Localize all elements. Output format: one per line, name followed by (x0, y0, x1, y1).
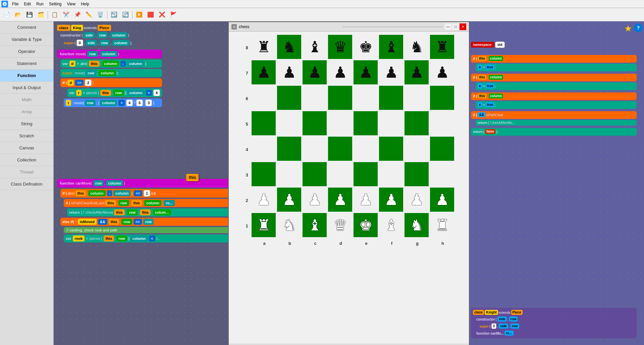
piece-pawn-e7: ♟ (359, 65, 373, 80)
sidebar-item-math[interactable]: Math (0, 94, 53, 106)
op-gt: > (146, 90, 152, 96)
delete-button[interactable]: 🗑️ (95, 9, 106, 20)
prop-row8: row (121, 219, 132, 225)
mb-col1: column (489, 56, 503, 61)
right-if-block-4: if ( && isPathClear (471, 111, 637, 119)
chess-board-area: 8 ♜ ♞ ♝ ♛ ♚ ♝ ♞ ♜ 7 ♟ ♟ ♟ ♟ ♟ ♟ ♟ ♟ (229, 31, 469, 344)
piece-queen-d8: ♛ (333, 39, 347, 55)
var-rook: rook (73, 235, 85, 242)
sidebar-item-statement[interactable]: Statement (0, 58, 53, 70)
chess-window: ♔ chess — □ ✕ 8 ♜ ♞ ♝ ♛ ♚ ♝ ♞ ♜ (228, 21, 470, 345)
sidebar-item-canvas[interactable]: Canvas (0, 142, 53, 154)
menu-file[interactable]: File (9, 1, 21, 7)
prop-col8: column (144, 200, 161, 206)
label-2: 2 (242, 188, 252, 213)
kw-this-float[interactable]: this (186, 174, 199, 181)
open-button[interactable]: 📂 (13, 9, 23, 20)
menu-setting[interactable]: Setting (46, 1, 64, 7)
mb-true2: true (485, 83, 494, 88)
piece-pawn-f7: ♟ (384, 65, 398, 80)
piece-bishop-c8: ♝ (308, 39, 322, 55)
piece-rook-h1: ♜ (435, 217, 449, 233)
chess-maximize[interactable]: □ (452, 23, 459, 30)
cut-button[interactable]: ✂️ (61, 9, 71, 20)
val-4[interactable]: 4 (153, 89, 160, 96)
paste-button[interactable]: 📌 (72, 9, 83, 20)
val-1[interactable]: 1 (144, 190, 150, 197)
cell-e3 (354, 162, 378, 186)
cell-a1: ♜ (252, 213, 276, 237)
var-col10: column (130, 235, 148, 242)
val-0[interactable]: 0 (76, 40, 83, 46)
param-row2: row (87, 51, 98, 57)
val-3[interactable]: 3 (145, 99, 152, 106)
piece-pawn-c7: ♟ (308, 65, 322, 80)
op-and: && (98, 219, 107, 225)
star-icon[interactable]: ★ (624, 23, 632, 34)
stop-button[interactable]: 🟥 (145, 9, 156, 20)
cell-a2: ♟ (252, 188, 276, 212)
right-if-block-3: if ( this . column (471, 92, 637, 100)
chess-titlebar-drag (342, 26, 443, 27)
cell-h7: ♟ (430, 60, 454, 84)
label-f: f (379, 238, 405, 248)
close-button[interactable]: ❌ (157, 9, 167, 20)
cell-f2: ♟ (379, 188, 403, 212)
op-lte: <= (134, 190, 142, 196)
op-eq2: == (133, 219, 142, 225)
sidebar-item-comment[interactable]: Comment (0, 21, 53, 33)
var-r2: r (66, 100, 71, 106)
new-button[interactable]: 📄 (1, 9, 12, 20)
sidebar-item-input[interactable]: Input & Output (0, 82, 53, 94)
sidebar-plus-minus[interactable]: +/- (0, 342, 53, 345)
help-icon[interactable]: ? (634, 23, 643, 32)
cell-h5 (430, 111, 454, 135)
label-g: g (405, 238, 430, 248)
kw-this3: this (75, 190, 86, 196)
sidebar-item-collection[interactable]: Collection (0, 154, 53, 166)
label-c: c (303, 238, 328, 248)
sidebar-item-array[interactable]: Array (0, 106, 53, 118)
piece-pawn-d2: ♟ (333, 192, 347, 207)
chess-minimize[interactable]: — (445, 23, 451, 30)
flag-button[interactable]: 🚩 (168, 9, 179, 20)
chess-close[interactable]: ✕ (460, 23, 466, 30)
copy-button[interactable]: 📋 (49, 9, 60, 20)
code-canvas[interactable]: class King extends Piece constructor ( s… (54, 21, 228, 345)
edit2-button[interactable]: ✏️ (84, 9, 94, 20)
cell-e5 (354, 111, 378, 135)
undo-button[interactable]: ↩️ (109, 9, 119, 20)
cell-c1: ♝ (303, 213, 327, 237)
chess-board: 8 ♜ ♞ ♝ ♛ ♚ ♝ ♞ ♜ 7 ♟ ♟ ♟ ♟ ♟ ♟ ♟ ♟ (242, 35, 455, 248)
label-1: 1 (242, 213, 252, 238)
redo-button[interactable]: ↪️ (120, 9, 131, 20)
piece-pawn-c2: ♟ (308, 192, 322, 207)
menu-view[interactable]: View (64, 1, 78, 7)
op-eq: == (75, 80, 84, 86)
sidebar-item-function[interactable]: Function (0, 70, 53, 82)
save-button[interactable]: 💾 (24, 9, 35, 20)
val-5[interactable]: 5 (136, 99, 143, 106)
sidebar-item-variable[interactable]: Variable & Type (0, 33, 53, 46)
param-row6: row (93, 180, 104, 186)
mb-row4: ro... (504, 331, 513, 336)
save-as-button[interactable]: 🗂️ (36, 9, 46, 20)
mb-col3: column (489, 93, 503, 98)
sidebar-item-classdef[interactable]: Class Defination (0, 178, 53, 190)
cell-c2: ♟ (303, 188, 327, 212)
cell-h3 (430, 162, 454, 186)
sidebar-item-thread[interactable]: Thread (0, 166, 53, 178)
sidebar-item-operator[interactable]: Operator (0, 46, 53, 58)
namespace-value[interactable]: std (495, 42, 505, 48)
val-4b[interactable]: 4 (126, 99, 133, 106)
mb-piece2: Piece (511, 310, 523, 315)
run-button[interactable]: ▶️ (134, 9, 145, 20)
menu-help[interactable]: Help (78, 1, 92, 7)
label-a: a (252, 238, 277, 248)
sidebar-item-scratch[interactable]: Scratch (0, 130, 53, 142)
val-2[interactable]: 2 (85, 79, 92, 86)
sidebar-item-string[interactable]: String (0, 118, 53, 130)
menu-run[interactable]: Run (34, 1, 46, 7)
mb-true3: true (485, 102, 494, 107)
menu-edit[interactable]: Edit (21, 1, 34, 7)
